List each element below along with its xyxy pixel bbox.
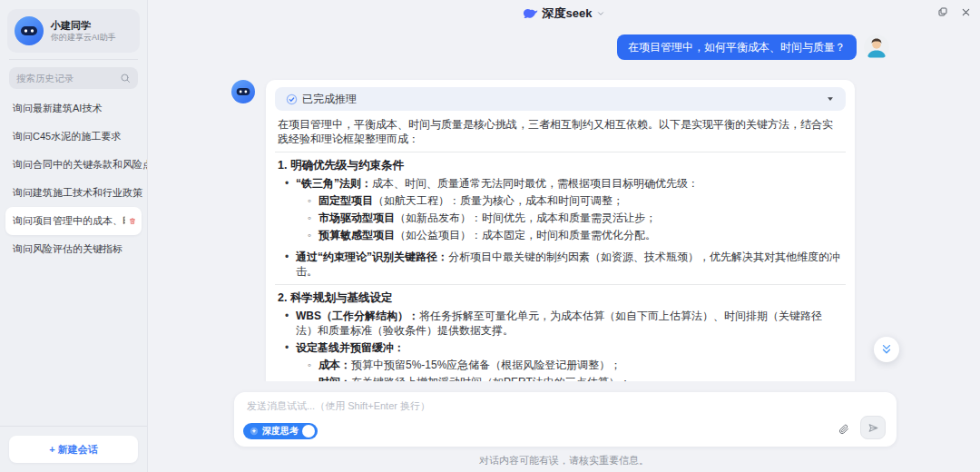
- answer-section-1: 1. 明确优先级与约束条件 “铁三角”法则：成本、时间、质量通常无法同时最优，需…: [275, 158, 846, 279]
- section-divider: [275, 152, 846, 152]
- profile-name: 小建同学: [51, 19, 116, 32]
- bullet-item: 设定基线并预留缓冲： 成本：预算中预留5%-15%应急储备（根据风险登记册调整）…: [285, 340, 843, 381]
- profile-card[interactable]: 小建同学 你的建享云AI助手: [7, 9, 140, 53]
- user-message-row: 在项目管理中，如何平衡成本、时间与质量？: [148, 27, 980, 60]
- bullet-item: WBS（工作分解结构）：将任务拆解至可量化单元，为成本估算（如自下而上估算法）、…: [285, 309, 843, 338]
- toggle-knob: [302, 425, 315, 438]
- history-search: [9, 67, 138, 89]
- sub-bullet-item: 成本：预算中预留5%-15%应急储备（根据风险登记册调整）；: [308, 358, 843, 372]
- sub-bullet-item: 预算敏感型项目（如公益项目）：成本固定，时间和质量需优化分配。: [308, 228, 843, 242]
- scroll-to-bottom-button[interactable]: [874, 337, 899, 362]
- spark-icon: [250, 427, 259, 436]
- chat-scroll-area[interactable]: 在项目管理中，如何平衡成本、时间与质量？ 已完成推理 在项目管理中，平衡成本、时…: [148, 27, 980, 381]
- bullet-lead: 成本：: [318, 359, 351, 371]
- history-item[interactable]: 询问最新建筑AI技术: [0, 94, 147, 123]
- history-item[interactable]: 询问合同中的关键条款和风险点: [0, 151, 147, 179]
- restore-window-icon[interactable]: [937, 6, 948, 17]
- composer-zone: 深度思考 对话内容可能有误，请核实重要信息。: [148, 381, 980, 472]
- assistant-message-row: 已完成推理 在项目管理中，平衡成本、时间与质量是核心挑战，三者相互制约又相互依赖…: [148, 60, 980, 381]
- robot-face-icon: [231, 80, 255, 103]
- bullet-lead: 固定型项目: [318, 194, 373, 207]
- bullet-text: （如公益项目）：成本固定，时间和质量需优化分配。: [395, 229, 656, 241]
- history-item[interactable]: 询问C45水泥的施工要求: [0, 123, 147, 151]
- top-bar: 深度seek: [148, 0, 980, 27]
- history-list: 询问最新建筑AI技术 询问C45水泥的施工要求 询问合同中的关键条款和风险点 询…: [0, 94, 147, 263]
- profile-subtitle: 你的建享云AI助手: [51, 32, 116, 43]
- profile-text: 小建同学 你的建享云AI助手: [51, 19, 116, 43]
- user-avatar: [864, 34, 889, 60]
- chevron-down-icon[interactable]: [826, 94, 835, 103]
- sidebar-bottom-divider: [0, 426, 147, 427]
- message-composer: 深度思考: [234, 392, 897, 447]
- sub-bullet-item: 固定型项目（如航天工程）：质量为核心，成本和时间可调整；: [308, 193, 843, 208]
- reasoning-status: 已完成推理: [286, 92, 357, 107]
- section-heading: 1. 明确优先级与约束条件: [278, 158, 843, 173]
- bullet-lead: “铁三角”法则：: [296, 177, 372, 190]
- deep-think-label: 深度思考: [262, 425, 299, 438]
- sub-bullet-item: 市场驱动型项目（如新品发布）：时间优先，成本和质量需灵活让步；: [308, 211, 843, 225]
- search-icon[interactable]: [120, 73, 131, 84]
- history-item[interactable]: 询问建筑施工技术和行业政策: [0, 179, 147, 207]
- section-heading: 2. 科学规划与基线设定: [278, 290, 843, 306]
- check-circle-icon: [286, 93, 298, 105]
- answer-intro: 在项目管理中，平衡成本、时间与质量是核心挑战，三者相互制约又相互依赖。以下是实现…: [278, 117, 843, 146]
- bullet-lead: 通过“约束理论”识别关键路径：: [296, 251, 448, 263]
- whale-logo-icon: [523, 6, 538, 22]
- bullet-item: “铁三角”法则：成本、时间、质量通常无法同时最优，需根据项目目标明确优先级： 固…: [285, 176, 843, 242]
- bullet-text: 预算中预留5%-15%应急储备（根据风险登记册调整）；: [351, 359, 621, 371]
- sub-bullet-item: 时间：在关键路径上增加浮动时间（如PERT法中的三点估算）；: [308, 375, 843, 381]
- double-chevron-down-icon: [880, 343, 893, 356]
- send-icon: [867, 422, 879, 434]
- sidebar: 小建同学 你的建享云AI助手 询问最新建筑AI技术 询问C45水泥的施工要求 询…: [0, 0, 148, 472]
- section-divider: [275, 284, 846, 285]
- window-controls: [937, 6, 971, 17]
- attach-file-button[interactable]: [838, 423, 849, 435]
- model-dropdown-icon[interactable]: [596, 9, 605, 18]
- search-input[interactable]: [16, 73, 114, 84]
- bullet-text: （如新品发布）：时间优先，成本和质量需灵活让步；: [395, 211, 656, 224]
- brand-title: 深度seek: [543, 5, 593, 22]
- reasoning-status-label: 已完成推理: [302, 92, 357, 107]
- assistant-message-card: 已完成推理 在项目管理中，平衡成本、时间与质量是核心挑战，三者相互制约又相互依赖…: [266, 80, 855, 381]
- disclaimer-text: 对话内容可能有误，请核实重要信息。: [148, 454, 980, 467]
- new-chat-button[interactable]: + 新建会话: [9, 436, 138, 463]
- bullet-lead: 预算敏感型项目: [318, 229, 395, 241]
- bullet-lead: 市场驱动型项目: [318, 211, 395, 224]
- reasoning-collapse-bar[interactable]: 已完成推理: [275, 87, 846, 111]
- bullet-lead: 设定基线并预留缓冲：: [296, 341, 405, 354]
- trash-icon[interactable]: [129, 216, 136, 226]
- send-button[interactable]: [860, 416, 886, 439]
- user-bot-avatar: [15, 16, 44, 45]
- history-item-active[interactable]: 询问项目管理中的成本、时间与质...: [5, 207, 142, 235]
- bullet-text: （如航天工程）：质量为核心，成本和时间可调整；: [373, 194, 623, 207]
- history-item[interactable]: 询问风险评估的关键指标: [0, 235, 147, 263]
- user-message-bubble: 在项目管理中，如何平衡成本、时间与质量？: [617, 34, 857, 60]
- message-input[interactable]: [247, 399, 884, 423]
- bullet-lead: WBS（工作分解结构）：: [296, 310, 419, 322]
- assistant-avatar: [231, 80, 255, 103]
- robot-face-icon: [15, 16, 44, 45]
- sidebar-divider: [9, 59, 138, 60]
- deep-think-toggle[interactable]: 深度思考: [243, 423, 318, 439]
- history-item-label: 询问项目管理中的成本、时间与质...: [13, 214, 125, 228]
- paperclip-icon: [838, 423, 849, 435]
- bullet-item: 通过“约束理论”识别关键路径：分析项目中最关键的制约因素（如资源、技术瓶颈），优…: [285, 250, 843, 279]
- answer-section-2: 2. 科学规划与基线设定 WBS（工作分解结构）：将任务拆解至可量化单元，为成本…: [275, 290, 846, 381]
- close-icon[interactable]: [961, 7, 971, 17]
- bullet-text: 成本、时间、质量通常无法同时最优，需根据项目目标明确优先级：: [372, 177, 699, 190]
